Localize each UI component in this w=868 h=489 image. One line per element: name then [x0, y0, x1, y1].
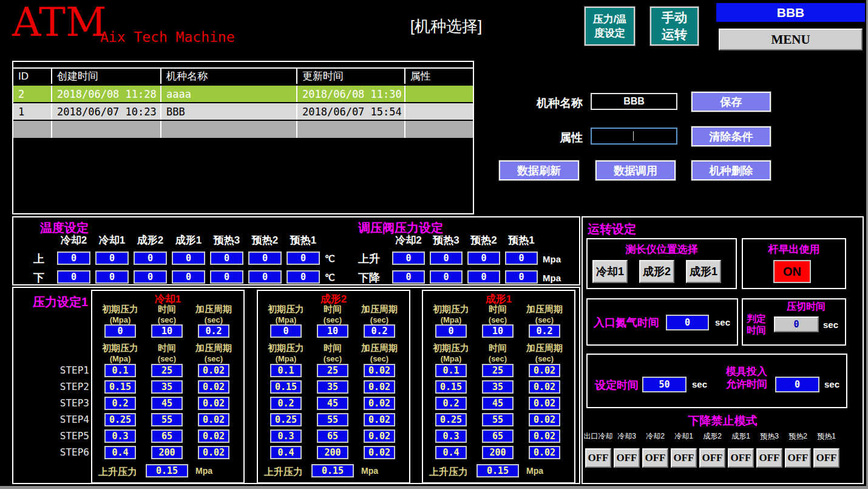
attribute-input[interactable] [591, 128, 677, 145]
save-button[interactable]: 保存 [691, 92, 771, 112]
step-value-input[interactable]: 0.25 [270, 413, 302, 426]
step-value-input[interactable]: 200 [151, 446, 183, 459]
step-value-input[interactable]: 45 [317, 397, 348, 410]
step-value-input[interactable]: 55 [151, 413, 183, 426]
machine-name-input[interactable]: BBB [591, 93, 677, 110]
descend-toggle-button[interactable]: OFF [642, 448, 668, 468]
position-forming1-button[interactable]: 成形1 [686, 260, 721, 283]
position-forming2-button[interactable]: 成形2 [639, 260, 674, 283]
step-value-input[interactable]: 25 [151, 364, 183, 377]
data-refresh-button[interactable]: 数据刷新 [499, 160, 579, 180]
descend-toggle-button[interactable]: OFF [699, 448, 725, 468]
initial-value-input[interactable]: 0.2 [364, 324, 395, 338]
step-value-input[interactable]: 45 [151, 397, 183, 410]
rise-pressure-input[interactable]: 0.15 [311, 464, 354, 477]
step-value-input[interactable]: 65 [151, 429, 183, 443]
step-value-input[interactable]: 0.02 [364, 397, 395, 410]
step-value-input[interactable]: 0.02 [529, 397, 560, 410]
step-value-input[interactable]: 65 [482, 429, 514, 443]
set-time-input[interactable]: 50 [642, 377, 687, 392]
descend-toggle-button[interactable]: OFF [785, 448, 811, 468]
descend-toggle-button[interactable]: OFF [756, 448, 782, 468]
step-value-input[interactable]: 0.15 [435, 380, 467, 394]
temperature-value-input[interactable]: 0 [248, 251, 282, 265]
temperature-value-input[interactable]: 0 [95, 251, 129, 265]
initial-value-input[interactable]: 0.2 [198, 324, 229, 338]
valve-value-input[interactable]: 0 [430, 270, 463, 284]
step-value-input[interactable]: 0.02 [364, 429, 395, 443]
step-value-input[interactable]: 0.02 [529, 364, 560, 377]
step-value-input[interactable]: 0.02 [529, 429, 560, 443]
step-value-input[interactable]: 45 [482, 397, 514, 410]
step-value-input[interactable]: 65 [317, 429, 348, 443]
step-value-input[interactable]: 0.3 [104, 429, 136, 443]
temperature-value-input[interactable]: 0 [287, 251, 320, 265]
step-value-input[interactable]: 0.4 [104, 446, 136, 459]
step-value-input[interactable]: 0.02 [364, 446, 395, 459]
descend-toggle-button[interactable]: OFF [813, 448, 839, 468]
step-value-input[interactable]: 35 [482, 380, 514, 394]
step-value-input[interactable]: 55 [482, 413, 514, 426]
step-value-input[interactable]: 35 [317, 380, 348, 394]
temperature-value-input[interactable]: 0 [287, 270, 320, 284]
position-cooling1-button[interactable]: 冷却1 [592, 260, 628, 283]
initial-value-input[interactable]: 10 [151, 324, 183, 338]
valve-value-input[interactable]: 0 [505, 251, 538, 265]
temperature-value-input[interactable]: 0 [95, 270, 129, 284]
step-value-input[interactable]: 55 [317, 413, 348, 426]
descend-toggle-button[interactable]: OFF [728, 448, 754, 468]
initial-value-input[interactable]: 10 [317, 324, 348, 338]
step-value-input[interactable]: 0.02 [529, 380, 560, 394]
step-value-input[interactable]: 0.2 [435, 397, 467, 410]
step-value-input[interactable]: 0.1 [270, 364, 302, 377]
pressure-temp-settings-button[interactable]: 压力/温 度设定 [585, 7, 635, 46]
valve-value-input[interactable]: 0 [467, 251, 500, 265]
initial-value-input[interactable]: 0 [435, 324, 467, 338]
step-value-input[interactable]: 0.02 [364, 413, 395, 426]
step-value-input[interactable]: 0.3 [435, 429, 467, 443]
step-value-input[interactable]: 25 [482, 364, 514, 377]
initial-value-input[interactable]: 0 [104, 324, 136, 338]
manual-operation-button[interactable]: 手动 运转 [650, 7, 699, 46]
rod-early-out-toggle[interactable]: ON [773, 260, 811, 283]
valve-value-input[interactable]: 0 [467, 270, 500, 284]
step-value-input[interactable]: 200 [482, 446, 514, 459]
temperature-value-input[interactable]: 0 [57, 251, 90, 265]
step-value-input[interactable]: 0.02 [198, 380, 229, 394]
step-value-input[interactable]: 35 [151, 380, 183, 394]
descend-toggle-button[interactable]: OFF [671, 448, 697, 468]
step-value-input[interactable]: 0.02 [198, 397, 229, 410]
step-value-input[interactable]: 25 [317, 364, 348, 377]
temperature-value-input[interactable]: 0 [57, 270, 90, 284]
machine-delete-button[interactable]: 机种删除 [691, 160, 771, 180]
step-value-input[interactable]: 0.02 [529, 413, 560, 426]
step-value-input[interactable]: 0.02 [529, 446, 560, 459]
temperature-value-input[interactable]: 0 [172, 270, 205, 284]
step-value-input[interactable]: 0.02 [364, 380, 395, 394]
step-value-input[interactable]: 0.02 [198, 429, 229, 443]
step-value-input[interactable]: 0.4 [270, 446, 302, 459]
step-value-input[interactable]: 0.4 [435, 446, 467, 459]
temperature-value-input[interactable]: 0 [134, 270, 167, 284]
descend-toggle-button[interactable]: OFF [614, 448, 640, 468]
descend-toggle-button[interactable]: OFF [585, 448, 611, 468]
rise-pressure-input[interactable]: 0.15 [476, 464, 519, 477]
mold-insert-allow-input[interactable]: 0 [775, 377, 819, 392]
data-recall-button[interactable]: 数据调用 [595, 160, 676, 180]
valve-value-input[interactable]: 0 [505, 270, 538, 284]
valve-value-input[interactable]: 0 [392, 270, 425, 284]
step-value-input[interactable]: 0.02 [364, 364, 395, 377]
step-value-input[interactable]: 0.02 [198, 364, 229, 377]
step-value-input[interactable]: 0.1 [104, 364, 136, 377]
nitrogen-time-input[interactable]: 0 [666, 315, 709, 330]
step-value-input[interactable]: 0.25 [104, 413, 136, 426]
menu-button[interactable]: MENU [719, 29, 863, 50]
temperature-value-input[interactable]: 0 [210, 270, 243, 284]
step-value-input[interactable]: 0.1 [435, 364, 467, 377]
temperature-value-input[interactable]: 0 [172, 251, 205, 265]
temperature-value-input[interactable]: 0 [134, 251, 167, 265]
step-value-input[interactable]: 0.3 [270, 429, 302, 443]
table-row[interactable]: 22018/06/08 11:28aaaa2018/06/08 11:30 [13, 86, 473, 102]
temperature-value-input[interactable]: 0 [248, 270, 282, 284]
step-value-input[interactable]: 0.02 [198, 446, 229, 459]
